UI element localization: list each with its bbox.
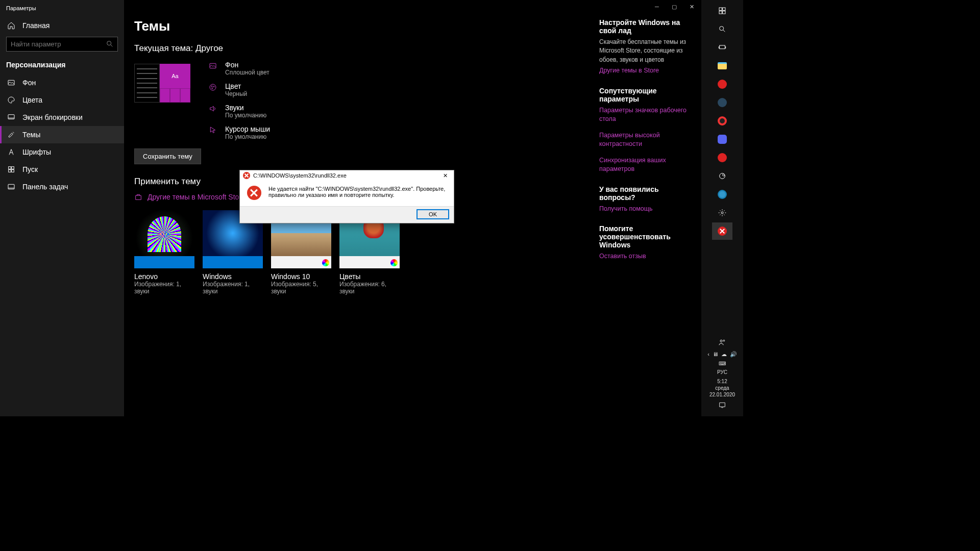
- tray-people-icon[interactable]: [712, 337, 732, 348]
- svg-rect-15: [719, 11, 722, 14]
- taskbar-app-1[interactable]: [712, 76, 732, 93]
- taskbar-app-discord[interactable]: [712, 131, 732, 148]
- sidebar-item-background[interactable]: Фон: [0, 74, 124, 91]
- theme-card-lenovo[interactable]: Lenovo Изображения: 1, звуки: [134, 210, 194, 295]
- svg-point-21: [721, 212, 723, 214]
- store-icon: [134, 193, 142, 201]
- tray-monitor-icon[interactable]: 🖥: [713, 351, 718, 358]
- taskbar-app-3[interactable]: [712, 167, 732, 185]
- search-input[interactable]: [6, 37, 118, 52]
- svg-point-9: [210, 84, 216, 90]
- preview-sample-text: Aa: [172, 73, 178, 79]
- svg-rect-2: [8, 115, 14, 119]
- sidebar-item-lockscreen[interactable]: Экран блокировки: [0, 109, 124, 126]
- maximize-button[interactable]: ▢: [666, 0, 683, 13]
- tray-keyboard-icon[interactable]: ⌨: [719, 361, 726, 366]
- taskbar-search-button[interactable]: [712, 20, 732, 38]
- save-theme-button[interactable]: Сохранить тему: [134, 148, 201, 164]
- steam-icon: [718, 98, 727, 107]
- theme-prop-background[interactable]: ФонСплошной цвет: [208, 61, 270, 76]
- lockscreen-icon: [7, 113, 15, 121]
- picture-icon: [7, 79, 15, 87]
- theme-prop-color[interactable]: ЦветЧерный: [208, 82, 270, 97]
- clock-time: 5:12: [709, 378, 735, 385]
- section-label: Персонализация: [0, 59, 124, 74]
- prop-value: Сплошной цвет: [225, 69, 270, 76]
- aside-related-heading: Сопутствующие параметры: [599, 87, 688, 103]
- svg-rect-3: [9, 167, 11, 169]
- current-theme-row: Aa ФонСплошной цвет ЦветЧерный: [134, 61, 461, 140]
- aside-questions-heading: У вас появились вопросы?: [599, 185, 688, 202]
- sidebar-item-themes[interactable]: Темы: [0, 126, 124, 143]
- prop-value: По умолчанию: [225, 133, 270, 140]
- svg-rect-18: [720, 45, 725, 49]
- tray-clock[interactable]: 5:12 среда 22.01.2020: [709, 378, 735, 398]
- dialog-titlebar[interactable]: C:\WINDOWS\system32\rundll32.exe ✕: [240, 170, 454, 181]
- svg-point-10: [211, 86, 212, 87]
- svg-rect-13: [719, 8, 722, 10]
- home-icon: [7, 21, 15, 30]
- taskbar-app-opera[interactable]: [712, 112, 732, 130]
- home-label: Главная: [22, 21, 50, 30]
- tray-notifications-icon[interactable]: [718, 401, 726, 410]
- tray-chevron-icon[interactable]: ‹: [707, 351, 709, 358]
- aside-help-link[interactable]: Получить помощь: [599, 205, 688, 214]
- discord-icon: [718, 135, 727, 144]
- tray-cloud-icon[interactable]: ☁: [721, 351, 727, 358]
- svg-point-0: [107, 41, 111, 45]
- app-icon: [718, 153, 727, 162]
- current-theme-label: Текущая тема: Другое: [134, 43, 461, 54]
- tray-volume-icon[interactable]: 🔊: [730, 351, 737, 358]
- home-button[interactable]: Главная: [0, 16, 124, 37]
- theme-prop-sounds[interactable]: ЗвукиПо умолчанию: [208, 104, 270, 119]
- taskbar-taskview-button[interactable]: [712, 39, 732, 56]
- start-button[interactable]: [712, 2, 732, 19]
- aside-link-high-contrast[interactable]: Параметры высокой контрастности: [599, 131, 688, 149]
- taskbar-app-edge[interactable]: [712, 186, 732, 203]
- aside-feedback-link[interactable]: Оставить отзыв: [599, 252, 688, 261]
- taskbar-app-settings[interactable]: [712, 204, 732, 221]
- sidebar-item-taskbar[interactable]: Панель задач: [0, 178, 124, 195]
- tray-icons[interactable]: ‹ 🖥 ☁ 🔊: [707, 351, 737, 358]
- window-controls: ─ ▢ ✕: [648, 0, 700, 13]
- theme-meta: Изображения: 1, звуки: [203, 281, 263, 295]
- svg-point-17: [720, 27, 724, 31]
- dialog-ok-button[interactable]: OK: [417, 210, 449, 219]
- taskbar-app-2[interactable]: [712, 149, 732, 166]
- prop-name: Цвет: [225, 82, 247, 90]
- sidebar-item-label: Панель задач: [22, 183, 68, 191]
- search-icon: [106, 40, 114, 49]
- svg-rect-7: [8, 184, 14, 189]
- sidebar-item-start[interactable]: Пуск: [0, 161, 124, 178]
- dialog-close-button[interactable]: ✕: [439, 172, 451, 179]
- system-tray: ‹ 🖥 ☁ 🔊 ⌨ РУС 5:12 среда 22.01.2020: [701, 337, 743, 416]
- svg-point-12: [212, 88, 213, 89]
- palette-icon: [7, 96, 15, 104]
- svg-rect-4: [12, 167, 14, 169]
- sidebar-item-fonts[interactable]: Шрифты: [0, 143, 124, 161]
- prop-value: Черный: [225, 90, 247, 97]
- tray-language[interactable]: РУС: [717, 369, 727, 375]
- theme-preview: Aa: [134, 64, 193, 103]
- color-marker-icon: [390, 259, 398, 266]
- sidebar: Параметры Главная Персонализация Фон Цве…: [0, 0, 124, 416]
- taskbar-app-steam[interactable]: [712, 94, 732, 111]
- theme-prop-cursor[interactable]: Курсор мышиПо умолчанию: [208, 125, 270, 140]
- taskbar-app-explorer[interactable]: [712, 57, 732, 74]
- sidebar-item-colors[interactable]: Цвета: [0, 91, 124, 109]
- sidebar-item-label: Экран блокировки: [22, 113, 83, 121]
- svg-point-23: [723, 340, 725, 341]
- taskbar-app-error[interactable]: [712, 222, 732, 240]
- aside-improve-heading: Помогите усовершенствовать Windows: [599, 224, 688, 249]
- close-button[interactable]: ✕: [683, 0, 700, 13]
- theme-name: Цветы: [339, 272, 400, 281]
- aside-link-sync[interactable]: Синхронизация ваших параметров: [599, 156, 688, 174]
- aside-store-link[interactable]: Другие темы в Store: [599, 66, 688, 76]
- cursor-icon: [208, 126, 218, 134]
- taskbar-icon: [7, 183, 15, 191]
- minimize-button[interactable]: ─: [648, 0, 666, 13]
- brush-icon: [7, 131, 15, 139]
- aside-link-desktop-icons[interactable]: Параметры значков рабочего стола: [599, 106, 688, 124]
- prop-name: Фон: [225, 61, 270, 69]
- error-dialog: C:\WINDOWS\system32\rundll32.exe ✕ Не уд…: [239, 170, 454, 223]
